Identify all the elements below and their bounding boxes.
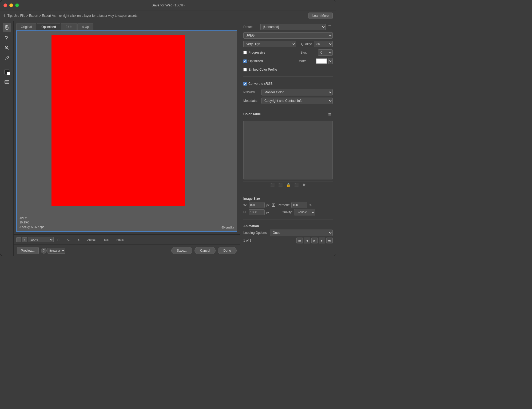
progressive-checkbox-row: Progressive [243,51,265,54]
preview-label: Preview... [21,249,35,252]
preset-menu-button[interactable]: ☰ [327,24,333,30]
tab-optimized[interactable]: Optimized [37,23,60,30]
traffic-lights [3,3,19,7]
percent-input[interactable]: 100 [291,202,307,208]
convert-srgb-label[interactable]: Convert to sRGB [248,82,273,86]
embed-color-label[interactable]: Embed Color Profile [248,68,277,71]
window-title: Save for Web (100%) [152,3,185,7]
cancel-button[interactable]: Cancel [194,247,216,254]
animation-title: Animation [243,224,333,228]
preview-toggle[interactable] [3,78,11,86]
pct-unit: % [309,203,312,207]
tab-original[interactable]: Original [16,23,36,30]
h-label: H: [243,210,247,214]
color-hex: Hex: -- [103,238,112,241]
close-button[interactable] [3,3,7,7]
optimized-checkbox-row: Optimized [243,59,263,63]
bottom-status-bar: − + 100% 50% 200% Fit on Screen R: -- G:… [14,234,240,244]
image-preview [51,35,185,206]
svg-rect-2 [5,81,9,83]
tab-2up[interactable]: 2-Up [61,23,77,30]
color-table-header: Color Table ☰ [243,112,333,118]
format-select[interactable]: JPEG PNG-8 PNG-24 GIF [243,32,333,39]
preview-browser-select[interactable]: Browser [47,248,65,254]
blur-select[interactable]: 0 0.1 0.5 [318,49,333,56]
percent-label: Percent: [278,203,290,207]
quality-resize-row: Quality: Bicubic Nearest Neighbor Biline… [282,209,316,215]
quality-resize-label: Quality: [282,210,293,214]
quality-preset-select[interactable]: Very High Low Medium High Maximum [243,41,296,47]
done-button[interactable]: Done [218,247,237,254]
zoom-in-button[interactable]: + [22,237,27,242]
main-layout: Original Optimized 2-Up 4-Up JPEG 10.29K… [0,21,336,256]
percent-row: Percent: 100 % [278,202,311,208]
quality-value-select[interactable]: 80 60 90 100 [314,41,333,47]
anim-play-button[interactable]: ▶ [311,238,318,243]
right-panel: Preset: [Unnamed] JPEG High JPEG Low ☰ J… [240,21,336,256]
progressive-label[interactable]: Progressive [248,51,265,54]
divider-3 [243,192,333,192]
anim-prev-button[interactable]: ◀ [304,238,310,243]
canvas-container[interactable]: JPEG 10.29K 3 sec @ 56.6 Kbps 80 quality [16,30,237,232]
format-row: JPEG PNG-8 PNG-24 GIF [243,32,333,39]
color-table-menu-button[interactable]: ☰ [327,112,333,118]
ct-icon-1[interactable]: ⬛ [270,183,275,187]
preset-select[interactable]: [Unnamed] JPEG High JPEG Low [260,24,326,30]
slice-tool[interactable] [3,33,11,42]
preview-button[interactable]: Preview... [17,247,39,254]
toolbar-divider [2,65,12,65]
color-g: G: -- [67,238,73,241]
preview-help-icon[interactable]: ? [41,248,47,254]
ct-icon-4[interactable]: ⬛ [294,183,299,187]
metadata-label: Metadata: [243,99,259,103]
zoom-out-button[interactable]: − [16,237,21,242]
eyedropper-tool[interactable] [3,54,11,62]
foreground-color[interactable] [3,68,11,76]
anim-first-button[interactable]: ⏮ [296,238,303,243]
height-row: H: 1080 px [243,209,269,215]
zoom-tool[interactable] [3,43,11,52]
save-button[interactable]: Save... [171,247,192,254]
color-table-title: Color Table [243,112,261,116]
matte-dropdown[interactable] [328,58,333,64]
px-unit-2: px [266,211,269,214]
optimized-checkbox[interactable] [243,59,247,63]
ct-icon-5[interactable]: 🗑 [302,183,306,187]
width-input[interactable]: 801 [249,202,265,208]
animation-buttons: ⏮ ◀ ▶ ▶| ⏭ [296,238,333,243]
anim-next-button[interactable]: ▶| [319,238,325,243]
ct-icon-3[interactable]: 🔒 [286,183,291,187]
animation-section: Animation Looping Options: Once Forever … [243,224,333,243]
color-table-area [243,121,333,179]
looping-label: Looping Options: [243,231,268,235]
metadata-select[interactable]: Copyright and Contact Info All None [261,98,333,104]
matte-swatch[interactable] [316,58,327,64]
looping-select[interactable]: Once Forever Other [270,230,333,236]
learn-more-button[interactable]: Learn More [308,13,333,19]
canvas-filesize: 10.29K [19,220,44,225]
hand-tool[interactable] [3,23,11,32]
optimized-label[interactable]: Optimized [248,59,263,63]
info-bar: ℹ Tip: Use File > Export > Export As... … [0,10,336,21]
embed-color-checkbox[interactable] [243,68,247,71]
convert-srgb-checkbox[interactable] [243,82,247,86]
tabs-bar: Original Optimized 2-Up 4-Up [14,21,240,30]
color-info: R: -- G: -- B: -- Alpha: -- Hex: -- Inde… [57,238,237,241]
zoom-select[interactable]: 100% 50% 200% Fit on Screen [28,237,54,242]
maximize-button[interactable] [15,3,19,7]
animation-controls: 1 of 1 ⏮ ◀ ▶ ▶| ⏭ [243,238,333,243]
tip-text: Tip: Use File > Export > Export As... or… [7,14,306,18]
tab-4up[interactable]: 4-Up [77,23,93,30]
canvas-info: JPEG 10.29K 3 sec @ 56.6 Kbps [19,216,44,229]
progressive-checkbox[interactable] [243,51,247,54]
canvas-quality: 80 quality [221,226,234,229]
blur-label: Blur: [300,51,316,54]
matte-label: Matte: [299,59,315,63]
preview-select[interactable]: Monitor Color Internet Standard RGB [261,89,333,95]
ct-icon-2[interactable]: ⬛ [278,183,283,187]
convert-srgb-checkbox-row: Convert to sRGB [243,82,273,86]
minimize-button[interactable] [9,3,13,7]
anim-last-button[interactable]: ⏭ [326,238,333,243]
height-input[interactable]: 1080 [249,209,265,215]
quality-resize-select[interactable]: Bicubic Nearest Neighbor Bilinear [294,209,315,215]
